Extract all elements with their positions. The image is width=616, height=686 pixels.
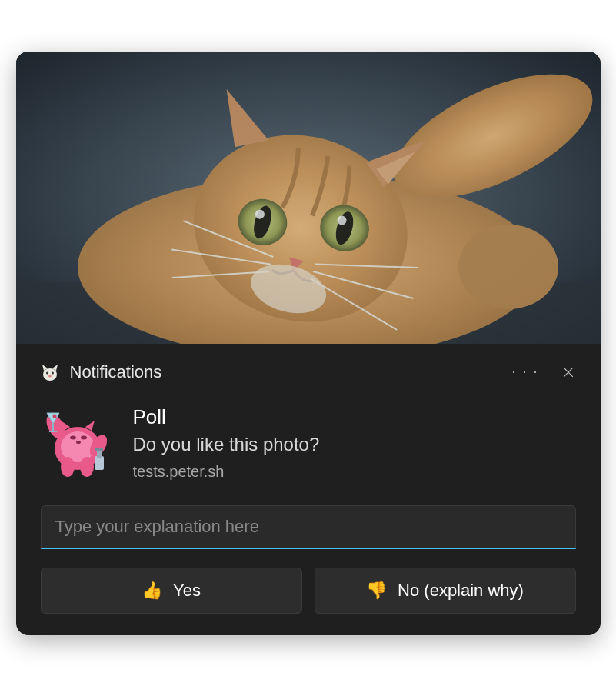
more-icon[interactable]: · · · xyxy=(511,364,538,380)
no-button-label: No (explain why) xyxy=(398,581,524,601)
body-text: Poll Do you like this photo? tests.peter… xyxy=(133,404,576,481)
notification-card: Notifications · · · xyxy=(16,52,601,635)
notification-title: Poll xyxy=(133,405,576,429)
svg-point-23 xyxy=(48,375,52,377)
svg-point-31 xyxy=(52,414,56,418)
svg-rect-40 xyxy=(95,448,103,451)
yes-button-label: Yes xyxy=(173,581,201,601)
notification-message: Do you like this photo? xyxy=(133,434,576,455)
notification-source: tests.peter.sh xyxy=(133,463,576,481)
svg-point-22 xyxy=(52,371,54,374)
yes-button[interactable]: 👍 Yes xyxy=(41,568,302,614)
svg-point-34 xyxy=(80,457,94,477)
svg-point-33 xyxy=(61,457,75,477)
thumbs-down-icon: 👎 xyxy=(366,581,387,601)
no-button[interactable]: 👎 No (explain why) xyxy=(315,568,576,614)
body-row: Poll Do you like this photo? tests.peter… xyxy=(41,404,576,481)
header-row: Notifications · · · xyxy=(41,362,576,382)
content-area: Notifications · · · xyxy=(16,344,601,635)
svg-rect-38 xyxy=(95,456,104,470)
svg-point-37 xyxy=(76,441,81,444)
header-actions: · · · xyxy=(511,364,575,380)
svg-point-21 xyxy=(46,371,48,374)
svg-rect-19 xyxy=(16,52,601,344)
thumbs-up-icon: 👍 xyxy=(142,581,162,601)
app-icon xyxy=(41,363,59,381)
app-name: Notifications xyxy=(70,362,501,382)
close-icon[interactable] xyxy=(561,365,576,380)
svg-point-35 xyxy=(70,435,76,439)
notification-icon xyxy=(41,404,115,478)
explanation-input[interactable] xyxy=(41,505,576,549)
svg-point-36 xyxy=(81,435,87,439)
button-row: 👍 Yes 👎 No (explain why) xyxy=(41,568,576,614)
svg-point-20 xyxy=(43,368,57,381)
hero-image xyxy=(16,52,601,344)
